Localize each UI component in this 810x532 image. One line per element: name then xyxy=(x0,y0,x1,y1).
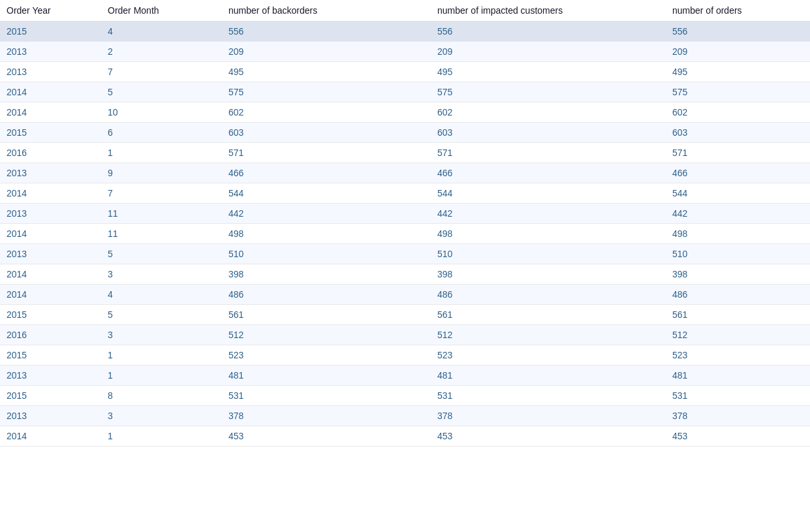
table-cell: 531 xyxy=(431,386,666,406)
table-cell: 6 xyxy=(101,123,222,143)
table-cell: 453 xyxy=(431,426,666,446)
table-cell: 5 xyxy=(101,244,222,264)
col-header-backorders[interactable]: number of backorders xyxy=(222,0,431,22)
table-row[interactable]: 20133378378378 xyxy=(0,406,810,426)
table-cell: 486 xyxy=(222,285,431,305)
data-table: Order Year Order Month number of backord… xyxy=(0,0,810,446)
table-cell: 11 xyxy=(101,224,222,244)
table-row[interactable]: 20139466466466 xyxy=(0,163,810,183)
table-cell: 531 xyxy=(666,386,810,406)
table-row[interactable]: 20154556556556 xyxy=(0,22,810,42)
table-row[interactable]: 20141453453453 xyxy=(0,426,810,446)
table-cell: 495 xyxy=(431,62,666,82)
table-cell: 575 xyxy=(431,82,666,102)
table-cell: 603 xyxy=(431,123,666,143)
table-cell: 1 xyxy=(101,143,222,163)
col-header-number-of-orders[interactable]: number of orders xyxy=(666,0,810,22)
table-row[interactable]: 201410602602602 xyxy=(0,102,810,123)
table-cell: 2013 xyxy=(0,406,101,426)
table-cell: 510 xyxy=(666,244,810,264)
table-cell: 523 xyxy=(222,345,431,366)
table-row[interactable]: 20135510510510 xyxy=(0,244,810,264)
table-row[interactable]: 20131481481481 xyxy=(0,366,810,386)
table-row[interactable]: 20147544544544 xyxy=(0,183,810,204)
table-cell: 603 xyxy=(222,123,431,143)
table-cell: 3 xyxy=(101,325,222,345)
table-cell: 481 xyxy=(222,366,431,386)
table-cell: 2016 xyxy=(0,325,101,345)
table-cell: 4 xyxy=(101,22,222,42)
table-cell: 4 xyxy=(101,285,222,305)
table-cell: 571 xyxy=(666,143,810,163)
table-row[interactable]: 201411498498498 xyxy=(0,224,810,244)
table-row[interactable]: 201311442442442 xyxy=(0,204,810,224)
table-row[interactable]: 20158531531531 xyxy=(0,386,810,406)
table-cell: 512 xyxy=(222,325,431,345)
table-cell: 2015 xyxy=(0,386,101,406)
table-cell: 544 xyxy=(666,183,810,204)
table-cell: 5 xyxy=(101,82,222,102)
table-cell: 3 xyxy=(101,264,222,285)
table-cell: 7 xyxy=(101,183,222,204)
table-cell: 2014 xyxy=(0,82,101,102)
table-cell: 2013 xyxy=(0,42,101,62)
table-row[interactable]: 20155561561561 xyxy=(0,305,810,325)
table-cell: 523 xyxy=(666,345,810,366)
table-cell: 602 xyxy=(666,102,810,123)
table-cell: 2014 xyxy=(0,426,101,446)
table-cell: 209 xyxy=(431,42,666,62)
table-cell: 2013 xyxy=(0,366,101,386)
table-cell: 442 xyxy=(222,204,431,224)
table-cell: 561 xyxy=(431,305,666,325)
table-cell: 602 xyxy=(222,102,431,123)
table-cell: 498 xyxy=(431,224,666,244)
table-cell: 1 xyxy=(101,426,222,446)
table-cell: 5 xyxy=(101,305,222,325)
table-cell: 2015 xyxy=(0,123,101,143)
table-cell: 571 xyxy=(222,143,431,163)
table-cell: 2013 xyxy=(0,163,101,183)
table-cell: 2014 xyxy=(0,224,101,244)
table-row[interactable]: 20151523523523 xyxy=(0,345,810,366)
table-cell: 466 xyxy=(431,163,666,183)
col-header-order-year[interactable]: Order Year xyxy=(0,0,101,22)
table-cell: 453 xyxy=(666,426,810,446)
table-cell: 510 xyxy=(222,244,431,264)
table-cell: 378 xyxy=(431,406,666,426)
table-cell: 466 xyxy=(222,163,431,183)
table-cell: 378 xyxy=(222,406,431,426)
table-cell: 556 xyxy=(666,22,810,42)
col-header-order-month[interactable]: Order Month xyxy=(101,0,222,22)
table-cell: 602 xyxy=(431,102,666,123)
table-cell: 1 xyxy=(101,366,222,386)
table-row[interactable]: 20161571571571 xyxy=(0,143,810,163)
table-cell: 2014 xyxy=(0,264,101,285)
table-cell: 495 xyxy=(222,62,431,82)
table-cell: 531 xyxy=(222,386,431,406)
table-cell: 453 xyxy=(222,426,431,446)
table-row[interactable]: 20144486486486 xyxy=(0,285,810,305)
table-cell: 561 xyxy=(666,305,810,325)
table-cell: 544 xyxy=(431,183,666,204)
table-row[interactable]: 20163512512512 xyxy=(0,325,810,345)
table-cell: 8 xyxy=(101,386,222,406)
table-cell: 2015 xyxy=(0,22,101,42)
table-cell: 378 xyxy=(666,406,810,426)
table-row[interactable]: 20156603603603 xyxy=(0,123,810,143)
col-header-impacted-customers[interactable]: number of impacted customers xyxy=(431,0,666,22)
table-row[interactable]: 20145575575575 xyxy=(0,82,810,102)
table-cell: 512 xyxy=(666,325,810,345)
table-cell: 510 xyxy=(431,244,666,264)
table-cell: 2015 xyxy=(0,345,101,366)
table-body: 2015455655655620132209209209201374954954… xyxy=(0,22,810,446)
table-cell: 398 xyxy=(431,264,666,285)
table-row[interactable]: 20132209209209 xyxy=(0,42,810,62)
table-cell: 9 xyxy=(101,163,222,183)
table-cell: 2014 xyxy=(0,285,101,305)
table-cell: 556 xyxy=(222,22,431,42)
table-cell: 2014 xyxy=(0,102,101,123)
table-row[interactable]: 20137495495495 xyxy=(0,62,810,82)
table-row[interactable]: 20143398398398 xyxy=(0,264,810,285)
table-cell: 486 xyxy=(431,285,666,305)
table-cell: 11 xyxy=(101,204,222,224)
